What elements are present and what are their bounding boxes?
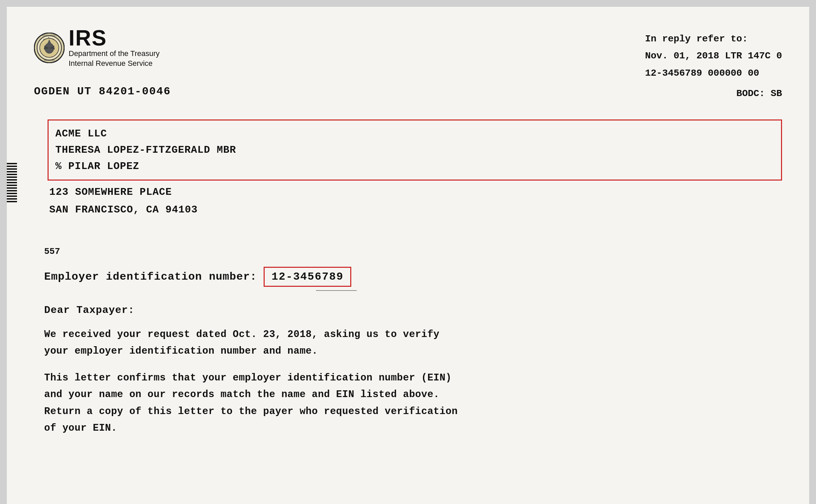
- address-line-1: ACME LLC: [55, 126, 774, 142]
- address-city-state: SAN FRANCISCO, CA 94103: [48, 202, 782, 218]
- ein-value: 12-3456789: [264, 267, 351, 287]
- address-line-3: % PILAR LOPEZ: [55, 158, 774, 174]
- reply-date-ltr: Nov. 01, 2018 LTR 147C 0: [645, 48, 782, 64]
- signature-line: [316, 290, 357, 291]
- address-line-2: THERESA LOPEZ-FITZGERALD MBR: [55, 142, 774, 158]
- svg-text:TREASURY: TREASURY: [44, 59, 55, 61]
- ein-section: 557 Employer identification number: 12-3…: [44, 246, 782, 291]
- body-paragraph-1: We received your request dated Oct. 23, …: [44, 326, 782, 360]
- bodc-line: BODC: SB: [645, 85, 782, 102]
- barcode-decoration: [7, 163, 17, 204]
- body-section: Dear Taxpayer: We received your request …: [44, 304, 782, 437]
- irs-subtitle-line1: Department of the Treasury: [69, 49, 160, 59]
- reply-refer-label: In reply refer to:: [645, 31, 782, 48]
- header-right: In reply refer to: Nov. 01, 2018 LTR 147…: [645, 27, 782, 102]
- irs-text-block: IRS Department of the Treasury Internal …: [69, 27, 160, 68]
- address-section: ACME LLC THERESA LOPEZ-FITZGERALD MBR % …: [48, 119, 782, 219]
- svg-text:UNITED STATES: UNITED STATES: [41, 34, 57, 36]
- irs-logo-row: ★ ★ ★ TREASURY UNITED STATES IRS Departm…: [34, 27, 160, 68]
- mailing-address: OGDEN UT 84201-0046: [34, 85, 171, 98]
- document-header: ★ ★ ★ TREASURY UNITED STATES IRS Departm…: [34, 27, 782, 102]
- address-box: ACME LLC THERESA LOPEZ-FITZGERALD MBR % …: [48, 119, 782, 181]
- header-left: ★ ★ ★ TREASURY UNITED STATES IRS Departm…: [34, 27, 171, 98]
- address-street: 123 SOMEWHERE PLACE: [48, 184, 782, 200]
- irs-seal-icon: ★ ★ ★ TREASURY UNITED STATES: [34, 33, 65, 63]
- ein-label: Employer identification number:: [44, 270, 257, 283]
- body-paragraph-2: This letter confirms that your employer …: [44, 370, 782, 436]
- irs-document: ★ ★ ★ TREASURY UNITED STATES IRS Departm…: [7, 7, 809, 504]
- ein-row: Employer identification number: 12-34567…: [44, 267, 782, 287]
- dear-taxpayer: Dear Taxpayer:: [44, 304, 782, 316]
- page-number: 557: [44, 246, 782, 257]
- irs-subtitle-line2: Internal Revenue Service: [69, 59, 160, 69]
- irs-name: IRS: [69, 27, 160, 49]
- reply-ein-line: 12-3456789 000000 00: [645, 65, 782, 82]
